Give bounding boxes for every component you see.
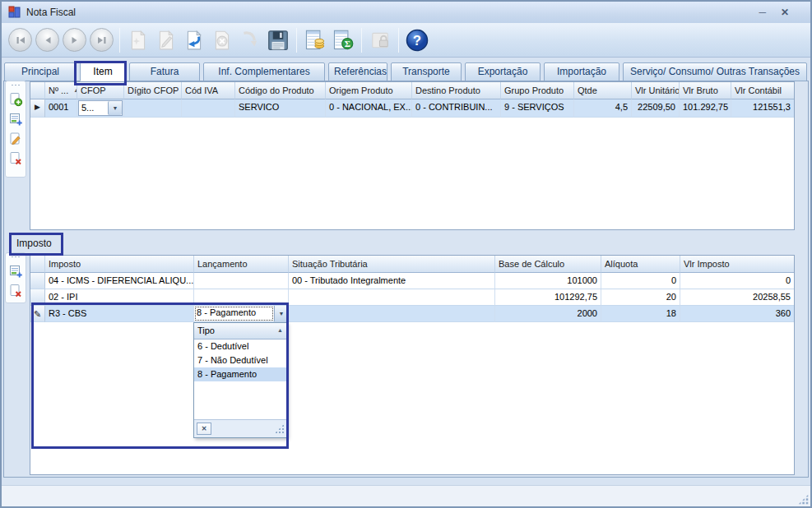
imposto-row[interactable]: 04 - ICMS - DIFERENCIAL ALIQU... 00 - Tr… <box>30 273 794 289</box>
spreadsheet-values-button[interactable] <box>302 27 328 53</box>
cell-base-calculo[interactable]: 101000 <box>495 273 601 289</box>
toolbar-drag-handle[interactable] <box>11 84 21 86</box>
refresh-record-button[interactable] <box>181 27 207 53</box>
header-digito-cfop[interactable]: Dígito CFOP <box>124 82 182 99</box>
cell-aliquota[interactable]: 0 <box>601 273 680 289</box>
cfop-editor[interactable]: 5... ▼ <box>78 100 123 116</box>
header-destino-produto[interactable]: Destino Produto <box>412 82 501 99</box>
cell-lancamento-editor[interactable]: 8 - Pagamento ▼ <box>194 306 289 322</box>
dropdown-option[interactable]: 7 - Não Dedutível <box>194 353 286 367</box>
header-lancamento[interactable]: Lançamento <box>194 256 289 273</box>
header-vlr-contabil[interactable]: Vlr Contábil <box>731 82 794 99</box>
cell-vlr-imposto[interactable]: 0 <box>680 273 794 289</box>
header-vlr-imposto[interactable]: Vlr Imposto <box>680 256 794 273</box>
header-cfop[interactable]: CFOP <box>77 82 124 99</box>
lancamento-editor[interactable]: 8 - Pagamento ▼ <box>194 306 288 321</box>
dropdown-option-selected[interactable]: 8 - Pagamento <box>194 367 286 381</box>
lock-button[interactable] <box>367 27 393 53</box>
header-situacao-tributaria[interactable]: Situação Tributária <box>289 256 495 273</box>
header-base-calculo[interactable]: Base de Cálculo <box>495 256 601 273</box>
header-qtde[interactable]: Qtde <box>574 82 632 99</box>
dropdown-resize-grip[interactable] <box>275 424 284 433</box>
cell-imposto[interactable]: 02 - IPI <box>45 289 194 306</box>
cell-vlr-imposto[interactable]: 360 <box>680 306 794 322</box>
minimize-button[interactable]: ─ <box>759 6 766 19</box>
cell-codigo-produto[interactable]: SERVICO <box>235 99 326 118</box>
header-imposto[interactable]: Imposto <box>45 256 194 273</box>
window-resize-grip[interactable] <box>798 494 809 505</box>
cell-vlr-bruto[interactable]: 101.292,75 <box>680 99 731 118</box>
imposto-section-tab[interactable]: Imposto <box>12 235 60 253</box>
delete-line-button[interactable] <box>7 149 25 169</box>
header-vlr-unitario[interactable]: Vlr Unitário <box>632 82 680 99</box>
add-imposto-button[interactable] <box>7 261 25 281</box>
item-row[interactable]: ▶ 0001 5... ▼ SERVICO 0 - NACIONAL, EX..… <box>30 99 794 118</box>
add-line-button[interactable] <box>7 109 25 129</box>
tab-importacao[interactable]: Importação <box>544 62 619 81</box>
delete-imposto-button[interactable] <box>7 281 25 301</box>
toolbar-drag-handle[interactable] <box>11 256 21 258</box>
header-grupo-produto[interactable]: Grupo Produto <box>501 82 574 99</box>
header-numero[interactable]: Nº ...▲ <box>45 82 77 99</box>
cell-digito-cfop[interactable] <box>124 99 182 118</box>
dropdown-option[interactable]: 6 - Dedutível <box>194 339 286 353</box>
imposto-row-editing[interactable]: ✎ R3 - CBS 8 - Pagamento ▼ 2000 18 360 <box>30 306 794 322</box>
dropdown-column-header[interactable]: Tipo ▲ <box>194 323 286 339</box>
tab-exportacao[interactable]: Exportação <box>465 62 541 81</box>
previous-record-button[interactable] <box>35 28 59 52</box>
lancamento-dropdown-button[interactable]: ▼ <box>274 306 288 321</box>
header-vlr-bruto[interactable]: Vlr Bruto <box>680 82 731 99</box>
next-record-button[interactable] <box>63 28 86 52</box>
cell-imposto[interactable]: R3 - CBS <box>45 306 194 322</box>
cell-destino-produto[interactable]: 0 - CONTRIBUIN... <box>412 99 501 118</box>
cell-vlr-contabil[interactable]: 121551,3 <box>731 99 794 118</box>
cell-base-calculo[interactable]: 2000 <box>495 306 601 322</box>
tab-servico-consumo[interactable]: Serviço/ Consumo/ Outras Transações <box>623 62 807 81</box>
imposto-row[interactable]: 02 - IPI 101292,75 20 20258,55 <box>30 289 794 306</box>
cell-situacao[interactable] <box>289 306 495 322</box>
edit-line-button[interactable] <box>7 129 25 149</box>
tab-fatura[interactable]: Fatura <box>129 62 200 81</box>
edit-record-button[interactable] <box>153 27 179 53</box>
cfop-editor-value[interactable]: 5... <box>79 101 108 115</box>
titlebar[interactable]: Nota Fiscal ─ ✕ <box>2 2 810 23</box>
cell-lancamento[interactable] <box>194 289 289 306</box>
header-origem-produto[interactable]: Origem Produto <box>326 82 412 99</box>
spreadsheet-totals-button[interactable]: Σ <box>330 27 356 53</box>
cfop-dropdown-button[interactable]: ▼ <box>108 101 122 115</box>
lancamento-editor-value[interactable]: 8 - Pagamento <box>194 306 274 321</box>
cell-vlr-imposto[interactable]: 20258,55 <box>680 289 794 306</box>
tab-item[interactable]: Item <box>80 62 126 81</box>
cell-aliquota[interactable]: 18 <box>601 306 680 322</box>
tab-principal[interactable]: Principal <box>4 62 77 81</box>
cell-numero[interactable]: 0001 <box>45 99 77 118</box>
cancel-record-button[interactable] <box>209 27 235 53</box>
first-record-button[interactable] <box>8 28 32 52</box>
save-button[interactable] <box>265 27 291 53</box>
cell-imposto[interactable]: 04 - ICMS - DIFERENCIAL ALIQU... <box>45 273 194 289</box>
close-button[interactable]: ✕ <box>781 6 789 19</box>
add-record-button[interactable] <box>7 90 25 109</box>
help-button[interactable]: ? <box>404 27 430 53</box>
cell-grupo-produto[interactable]: 9 - SERVIÇOS <box>501 99 574 118</box>
cell-aliquota[interactable]: 20 <box>601 289 680 306</box>
cell-situacao[interactable]: 00 - Tributado Integralmente <box>289 273 495 289</box>
cell-origem-produto[interactable]: 0 - NACIONAL, EX... <box>326 99 412 118</box>
cell-qtde[interactable]: 4,5 <box>574 99 632 118</box>
last-record-button[interactable] <box>90 28 114 52</box>
tab-referencias[interactable]: Referências <box>328 62 387 81</box>
cell-lancamento[interactable] <box>194 273 289 289</box>
cell-cfop[interactable]: 5... ▼ <box>77 99 124 118</box>
cell-vlr-unitario[interactable]: 22509,50 <box>632 99 680 118</box>
new-record-button[interactable] <box>125 27 151 53</box>
dropdown-close-button[interactable]: ✕ <box>197 423 211 435</box>
header-aliquota[interactable]: Alíquota <box>601 256 680 273</box>
cell-situacao[interactable] <box>289 289 495 306</box>
header-cod-iva[interactable]: Cód IVA <box>182 82 235 99</box>
header-codigo-produto[interactable]: Código do Produto <box>235 82 326 99</box>
cell-cod-iva[interactable] <box>182 99 235 118</box>
redo-button[interactable] <box>237 27 263 53</box>
tab-inf-complementares[interactable]: Inf. Complementares <box>203 62 325 81</box>
cell-base-calculo[interactable]: 101292,75 <box>495 289 601 306</box>
tab-transporte[interactable]: Transporte <box>391 62 462 81</box>
